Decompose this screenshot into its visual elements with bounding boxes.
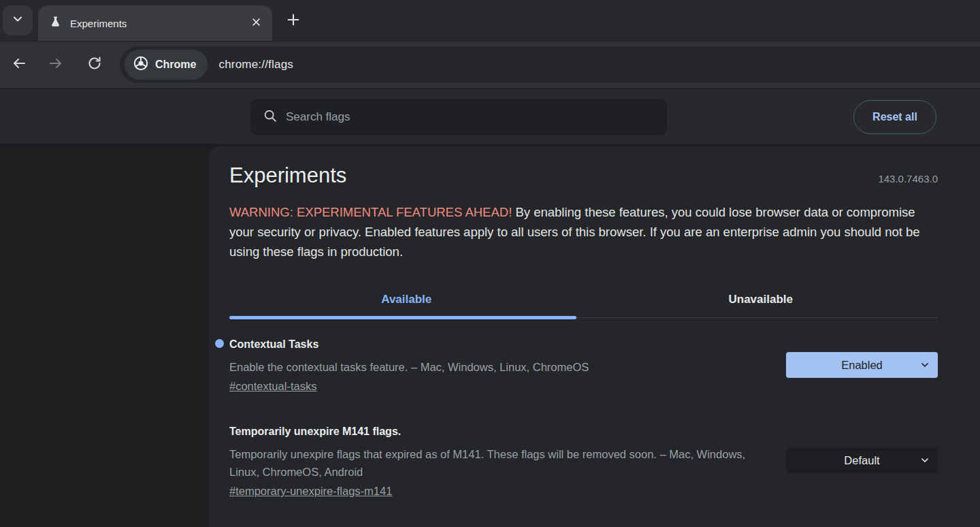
flask-icon [49, 16, 62, 31]
close-icon [251, 17, 261, 30]
warning-highlight: WARNING: EXPERIMENTAL FEATURES AHEAD! [229, 205, 512, 219]
version-label: 143.0.7463.0 [878, 173, 938, 185]
back-button[interactable] [4, 50, 34, 80]
search-flags-input[interactable] [286, 110, 612, 124]
arrow-left-icon [11, 55, 27, 74]
tab-unavailable[interactable]: Unavailable [584, 286, 938, 316]
new-tab-button[interactable] [280, 8, 306, 34]
flag-info: Contextual Tasks Enable the contextual t… [229, 337, 589, 393]
magnifier-icon [263, 108, 278, 126]
navigation-toolbar: Chrome chrome://flags [0, 41, 980, 89]
flag-value: Enabled [841, 359, 883, 372]
arrow-right-icon [48, 55, 64, 74]
flag-name: Contextual Tasks [229, 337, 589, 352]
flags-page-header: Reset all [0, 89, 980, 144]
flag-permalink[interactable]: #contextual-tasks [229, 380, 316, 393]
flag-description: Temporarily unexpire flags that expired … [229, 445, 772, 481]
page-background: Experiments 143.0.7463.0 WARNING: EXPERI… [0, 144, 980, 527]
flag-permalink[interactable]: #temporary-unexpire-flags-m141 [229, 485, 392, 498]
tab-title: Experiments [70, 18, 127, 29]
plus-icon [286, 12, 301, 30]
tab-search-button[interactable] [3, 5, 33, 35]
search-box[interactable] [250, 99, 667, 135]
browser-tab-experiments[interactable]: Experiments [38, 5, 272, 41]
flag-value-dropdown[interactable]: Default [786, 447, 938, 473]
flag-description: Enable the contextual tasks feature. – M… [229, 358, 589, 376]
flag-entry-unexpire-m141: Temporarily unexpire M141 flags. Tempora… [229, 424, 938, 498]
tab-strip: Experiments [0, 0, 980, 41]
flag-info: Temporarily unexpire M141 flags. Tempora… [229, 424, 772, 498]
warning-text: WARNING: EXPERIMENTAL FEATURES AHEAD! By… [229, 202, 934, 261]
modified-dot-icon [215, 339, 224, 348]
flag-value-dropdown[interactable]: Enabled [786, 352, 938, 378]
flag-value: Default [844, 454, 879, 467]
reload-icon [86, 55, 103, 74]
site-chip-label: Chrome [155, 59, 196, 71]
title-row: Experiments 143.0.7463.0 [229, 164, 938, 187]
flag-name: Temporarily unexpire M141 flags. [229, 424, 772, 439]
reload-button[interactable] [80, 50, 110, 80]
chrome-logo-icon [133, 55, 149, 74]
flag-entry-contextual-tasks: Contextual Tasks Enable the contextual t… [229, 337, 938, 393]
address-bar[interactable]: Chrome chrome://flags [120, 46, 980, 83]
reset-all-button[interactable]: Reset all [853, 100, 936, 134]
flag-tabs: Available Unavailable [229, 286, 938, 316]
chevron-down-icon [919, 455, 930, 468]
browser-window: Experiments [0, 0, 980, 527]
tab-selected-indicator [229, 316, 576, 319]
url-text: chrome://flags [218, 58, 293, 71]
tab-track [229, 316, 938, 319]
page-title: Experiments [229, 164, 346, 187]
tab-available[interactable]: Available [229, 286, 584, 316]
chevron-down-icon [11, 12, 24, 29]
chevron-down-icon [919, 360, 930, 373]
experiments-panel: Experiments 143.0.7463.0 WARNING: EXPERI… [209, 146, 980, 527]
forward-button[interactable] [41, 50, 71, 80]
tab-close-button[interactable] [246, 14, 265, 33]
site-chip[interactable]: Chrome [125, 50, 208, 80]
flag-list: Contextual Tasks Enable the contextual t… [229, 337, 938, 498]
